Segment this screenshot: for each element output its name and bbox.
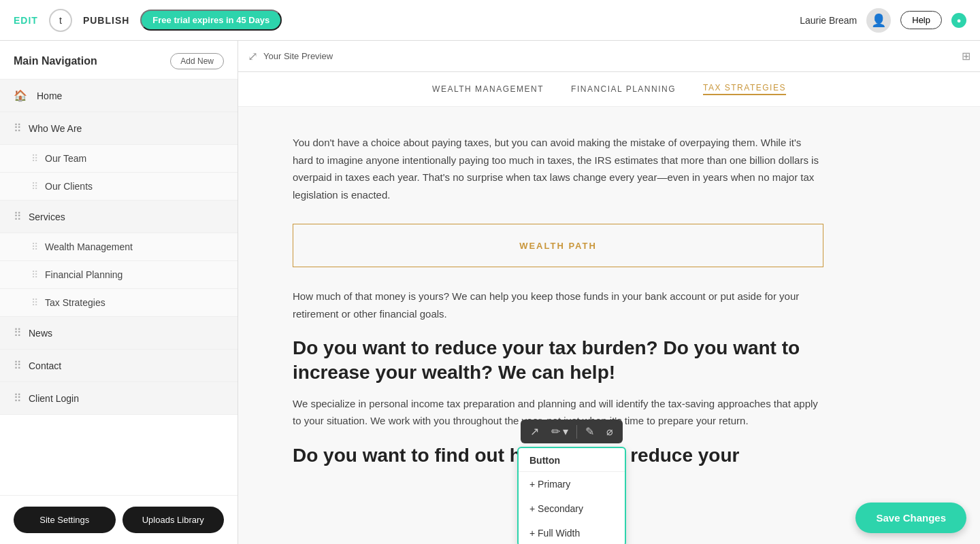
site-nav-financial-planning[interactable]: FINANCIAL PLANNING	[571, 84, 676, 94]
notification-dot[interactable]: ●	[951, 13, 966, 28]
sidebar-item-services[interactable]: ⠿ Services	[0, 201, 238, 233]
nav-item-label: Contact	[29, 360, 61, 371]
button-dropdown-menu: Button + Primary + Secondary + Full Widt…	[517, 447, 626, 544]
nav-item-label: Client Login	[29, 393, 79, 404]
sidebar-item-contact[interactable]: ⠿ Contact	[0, 350, 238, 382]
sidebar-header: Main Navigation Add New	[0, 41, 238, 80]
drag-handle-icon: ⠿	[31, 269, 38, 280]
preview-header: ⤢ Your Site Preview ⊞	[238, 41, 980, 72]
nav-sub-item-label: Wealth Management	[45, 241, 133, 252]
intro-text: You don't have a choice about paying tax…	[293, 134, 823, 203]
user-name: Laurie Bream	[800, 15, 857, 26]
drag-handle-icon: ⠿	[31, 297, 38, 308]
wealth-path-label: WEALTH PATH	[519, 241, 597, 251]
wealth-path-box[interactable]: WEALTH PATH	[293, 224, 823, 267]
expand-icon[interactable]: ⊞	[962, 50, 970, 63]
site-nav-wealth-management[interactable]: WEALTH MANAGEMENT	[432, 84, 544, 94]
drag-handle-icon: ⠿	[14, 210, 22, 223]
sidebar-item-tax-strategies[interactable]: ⠿ Tax Strategies	[0, 289, 238, 317]
nav-sub-item-label: Financial Planning	[45, 269, 122, 280]
drag-handle-icon: ⠿	[31, 241, 38, 252]
home-icon: 🏠	[14, 89, 27, 102]
nav-sub-item-label: Tax Strategies	[45, 297, 105, 308]
preview-area: ⤢ Your Site Preview ⊞ WEALTH MANAGEMENT …	[238, 41, 980, 544]
logo: t	[49, 9, 72, 32]
main-layout: Main Navigation Add New 🏠 Home ⠿ Who We …	[0, 41, 980, 544]
dropdown-item-secondary[interactable]: + Secondary	[519, 496, 625, 521]
sidebar-footer: Site Settings Uploads Library	[0, 495, 238, 544]
nav-sub-item-label: Our Team	[45, 153, 86, 164]
save-changes-button[interactable]: Save Changes	[855, 503, 966, 533]
edit-icon[interactable]: ✏ ▾	[547, 422, 572, 441]
sub-text-1: How much of that money is yours? We can …	[293, 288, 823, 322]
dropdown-item-primary[interactable]: + Primary	[519, 472, 625, 496]
heading-1: Do you want to reduce your tax burden? D…	[293, 336, 823, 386]
nav-item-label: Who We Are	[29, 123, 82, 134]
sidebar: Main Navigation Add New 🏠 Home ⠿ Who We …	[0, 41, 238, 544]
save-changes-bar: Save Changes	[842, 492, 980, 544]
sidebar-item-news[interactable]: ⠿ News	[0, 317, 238, 350]
site-preview: WEALTH MANAGEMENT FINANCIAL PLANNING TAX…	[238, 72, 980, 544]
pencil-icon[interactable]: ✎	[581, 422, 598, 441]
sidebar-item-financial-planning[interactable]: ⠿ Financial Planning	[0, 261, 238, 289]
edit-button[interactable]: EDIT	[14, 15, 38, 26]
sidebar-title: Main Navigation	[14, 55, 97, 67]
content-area: You don't have a choice about paying tax…	[238, 107, 980, 505]
preview-label: Your Site Preview	[263, 51, 333, 61]
unlink-icon[interactable]: ⌀	[602, 422, 617, 441]
sidebar-item-wealth-management[interactable]: ⠿ Wealth Management	[0, 233, 238, 261]
sidebar-item-our-clients[interactable]: ⠿ Our Clients	[0, 173, 238, 201]
top-bar-right: Laurie Bream 👤 Help ●	[800, 8, 966, 33]
top-bar: EDIT t PUBLISH Free trial expires in 45 …	[0, 0, 980, 41]
add-new-button[interactable]: Add New	[170, 53, 224, 69]
dropdown-header: Button	[519, 448, 625, 472]
floating-toolbar: ↗ ✏ ▾ ✎ ⌀	[521, 420, 623, 443]
drag-handle-icon: ⠿	[14, 359, 22, 372]
sidebar-item-home[interactable]: 🏠 Home	[0, 80, 238, 112]
nav-item-label: Services	[29, 211, 65, 222]
help-button[interactable]: Help	[900, 11, 942, 29]
site-settings-button[interactable]: Site Settings	[14, 507, 116, 533]
drag-handle-icon: ⠿	[14, 392, 22, 405]
dropdown-item-full-width[interactable]: + Full Width	[519, 521, 625, 544]
drag-handle-icon: ⠿	[14, 326, 22, 339]
sidebar-item-client-login[interactable]: ⠿ Client Login	[0, 382, 238, 415]
publish-button[interactable]: PUBLISH	[83, 15, 129, 26]
drag-handle-icon: ⠿	[31, 153, 38, 164]
external-link-icon[interactable]: ↗	[526, 422, 543, 441]
nav-item-label: Home	[37, 90, 62, 101]
nav-sub-item-label: Our Clients	[45, 181, 93, 192]
sidebar-item-who-we-are[interactable]: ⠿ Who We Are	[0, 112, 238, 145]
drag-handle-icon: ⠿	[14, 122, 22, 135]
sidebar-item-our-team[interactable]: ⠿ Our Team	[0, 145, 238, 173]
nav-item-label: News	[29, 328, 52, 339]
toolbar-separator	[576, 425, 577, 439]
user-avatar[interactable]: 👤	[866, 8, 891, 33]
arrows-icon: ⤢	[248, 49, 258, 64]
uploads-library-button[interactable]: Uploads Library	[122, 507, 225, 533]
drag-handle-icon: ⠿	[31, 181, 38, 192]
site-nav: WEALTH MANAGEMENT FINANCIAL PLANNING TAX…	[238, 72, 980, 107]
trial-badge[interactable]: Free trial expires in 45 Days	[140, 10, 282, 31]
site-nav-tax-strategies[interactable]: TAX STRATEGIES	[703, 83, 786, 95]
